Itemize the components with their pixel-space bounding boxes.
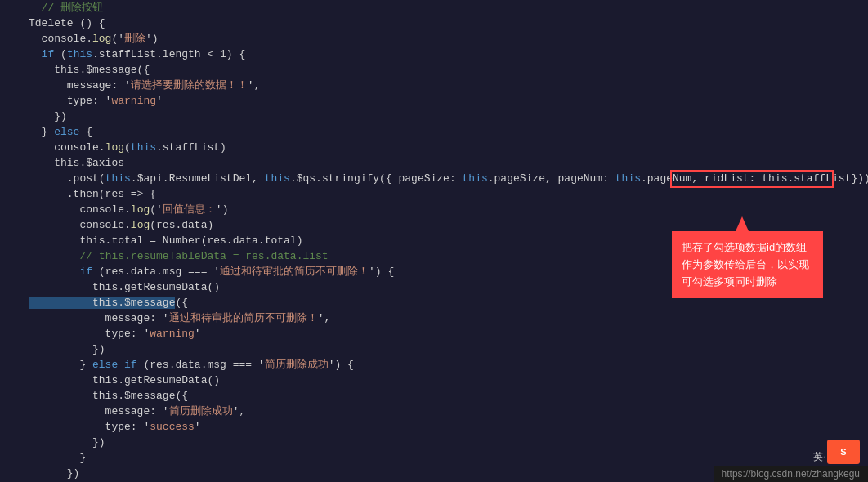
code-line: type: 'warning' [0, 93, 868, 109]
code-line: console.log(this.staffList) [0, 140, 868, 155]
code-line: message: '简历删除成功', [0, 404, 868, 419]
code-line: .then(res => { [0, 186, 868, 202]
line-content: this.$message({ [29, 388, 861, 404]
code-line: console.log('删除') [0, 31, 868, 47]
line-content: }) [29, 435, 861, 450]
code-line: message: '请选择要删除的数据！！', [0, 78, 868, 93]
line-content: message: '请选择要删除的数据！！', [29, 78, 861, 93]
annotation-arrow [736, 216, 749, 231]
code-line: if (this.staffList.length < 1) { [0, 47, 868, 62]
annotation-tooltip: 把存了勾选项数据id的数组作为参数传给后台，以实现可勾选多项同时删除 [672, 231, 823, 298]
line-content: type: 'warning' [29, 326, 861, 341]
line-content: message: '简历删除成功', [29, 404, 861, 419]
code-line: }) [0, 109, 868, 124]
code-line: type: 'warning' [0, 326, 868, 341]
line-content: message: '通过和待审批的简历不可删除！', [29, 310, 861, 326]
line-content: }) [29, 109, 861, 124]
code-line: // 删除按钮 [0, 0, 868, 16]
line-content: .then(res => { [29, 186, 861, 202]
code-line: Tdelete () { [0, 16, 868, 31]
url-text: https://blog.csdn.net/zhangkegu [722, 468, 860, 480]
csdn-icon: S [827, 440, 860, 464]
line-content: .post(this.$api.ResumeListDel, this.$qs.… [29, 171, 868, 186]
line-content: console.log(this.staffList) [29, 140, 861, 155]
line-content: }) [29, 341, 861, 357]
bottom-url-bar: https://blog.csdn.net/zhangkegu [714, 466, 868, 482]
line-content: this.$message({ [29, 62, 861, 78]
code-line: .post(this.$api.ResumeListDel, this.$qs.… [0, 171, 868, 186]
code-line: message: '通过和待审批的简历不可删除！', [0, 310, 868, 326]
code-editor: // 删除按钮Tdelete () { console.log('删除') if… [0, 0, 868, 482]
line-content: } else { [29, 124, 861, 140]
line-content: Tdelete () { [29, 16, 861, 31]
code-line: } else { [0, 124, 868, 140]
line-content: // 删除按钮 [29, 0, 861, 16]
line-content: } else if (res.data.msg === '简历删除成功') { [29, 357, 861, 373]
annotation-text: 把存了勾选项数据id的数组作为参数传给后台，以实现可勾选多项同时删除 [682, 241, 809, 288]
code-line: }) [0, 435, 868, 450]
code-line: this.getResumeData() [0, 373, 868, 388]
csdn-label: 英· [813, 450, 825, 464]
code-line: this.$message({ [0, 388, 868, 404]
code-line: this.$message({ [0, 62, 868, 78]
code-line: }) [0, 341, 868, 357]
line-content: this.$axios [29, 155, 861, 171]
code-line: type: 'success' [0, 419, 868, 435]
line-content: if (this.staffList.length < 1) { [29, 47, 861, 62]
line-content: this.getResumeData() [29, 373, 861, 388]
line-content: type: 'success' [29, 419, 861, 435]
code-line: this.$axios [0, 155, 868, 171]
line-content: type: 'warning' [29, 93, 861, 109]
line-content: console.log('删除') [29, 31, 861, 47]
code-line: } [0, 450, 868, 466]
code-line: } else if (res.data.msg === '简历删除成功') { [0, 357, 868, 373]
code-line: console.log('回值信息：') [0, 202, 868, 217]
line-content: } [29, 450, 861, 466]
line-content: console.log('回值信息：') [29, 202, 861, 217]
